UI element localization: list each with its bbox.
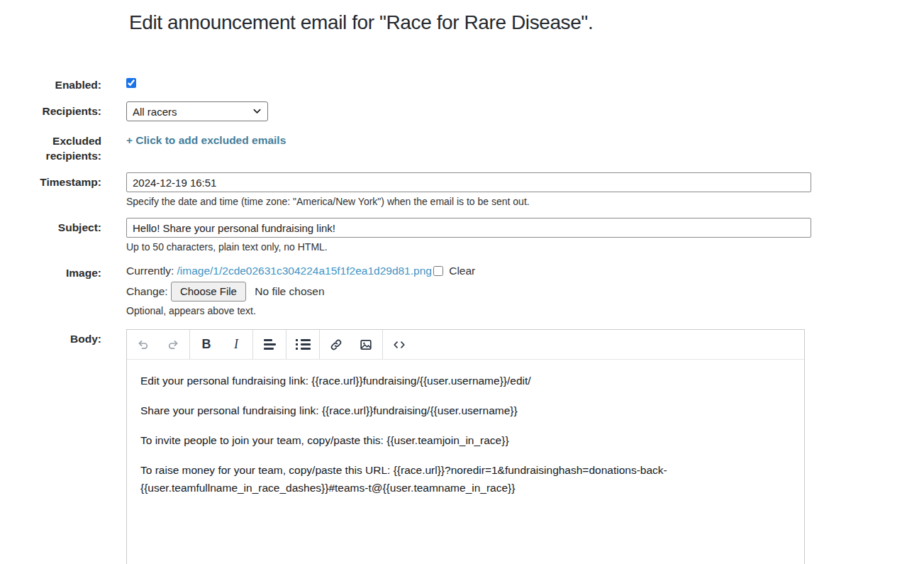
toolbar-format-group: B I bbox=[190, 330, 253, 359]
add-excluded-emails-link[interactable]: + Click to add excluded emails bbox=[126, 131, 286, 147]
undo-icon bbox=[136, 338, 150, 352]
timestamp-input[interactable] bbox=[126, 172, 811, 192]
insert-image-button[interactable] bbox=[351, 334, 381, 355]
toolbar-code-group bbox=[383, 330, 416, 359]
recipients-select[interactable]: All racers bbox=[126, 101, 268, 121]
currently-label: Currently: bbox=[126, 265, 174, 277]
insert-link-button[interactable] bbox=[321, 334, 351, 355]
image-help-text: Optional, appears above text. bbox=[126, 305, 924, 316]
code-view-button[interactable] bbox=[384, 334, 414, 355]
recipients-selected-value: All racers bbox=[133, 106, 177, 118]
undo-button[interactable] bbox=[128, 334, 158, 355]
bold-icon: B bbox=[202, 337, 211, 352]
page-title: Edit announcement email for "Race for Ra… bbox=[129, 0, 924, 34]
italic-button[interactable]: I bbox=[221, 334, 251, 355]
subject-input[interactable] bbox=[126, 218, 811, 238]
body-paragraph: Edit your personal fundraising link: {{r… bbox=[140, 372, 779, 389]
image-row: Image: Currently: /image/1/2cde02631c304… bbox=[0, 263, 924, 316]
image-current-line: Currently: /image/1/2cde02631c304224a15f… bbox=[126, 263, 924, 279]
recipients-row: Recipients: All racers bbox=[0, 101, 924, 121]
toolbar-insert-group bbox=[320, 330, 383, 359]
image-change-line: Change: Choose File No file chosen bbox=[126, 282, 924, 302]
announcement-form: Enabled: Recipients: All racers bbox=[0, 75, 924, 564]
bold-button[interactable]: B bbox=[191, 334, 221, 355]
excluded-recipients-label: Excluded recipients: bbox=[0, 131, 101, 163]
excluded-recipients-row: Excluded recipients: + Click to add excl… bbox=[0, 131, 924, 163]
body-paragraph: To raise money for your team, copy/paste… bbox=[140, 461, 779, 497]
chevron-down-icon bbox=[252, 106, 262, 118]
editor-toolbar: B I bbox=[127, 330, 804, 360]
body-paragraph: To invite people to join your team, copy… bbox=[140, 431, 779, 449]
subject-row: Subject: Up to 50 characters, plain text… bbox=[0, 218, 924, 253]
clear-image-checkbox[interactable] bbox=[433, 266, 443, 276]
code-icon bbox=[391, 338, 407, 352]
link-icon bbox=[329, 338, 343, 352]
subject-label: Subject: bbox=[0, 218, 101, 235]
edit-announcement-page: Edit announcement email for "Race for Ra… bbox=[0, 0, 924, 564]
timestamp-row: Timestamp: Specify the date and time (ti… bbox=[0, 172, 924, 207]
align-button[interactable] bbox=[255, 334, 284, 355]
choose-file-button[interactable]: Choose File bbox=[171, 282, 246, 302]
toolbar-history-group bbox=[127, 330, 190, 359]
clear-label: Clear bbox=[449, 265, 475, 277]
align-icon bbox=[264, 339, 276, 350]
enabled-checkbox[interactable] bbox=[126, 78, 136, 88]
image-label: Image: bbox=[0, 263, 101, 280]
rich-text-editor: B I bbox=[126, 329, 805, 564]
editor-content-area[interactable]: Edit your personal fundraising link: {{r… bbox=[127, 360, 804, 521]
subject-help-text: Up to 50 characters, plain text only, no… bbox=[126, 241, 924, 253]
timestamp-help-text: Specify the date and time (time zone: "A… bbox=[126, 196, 924, 207]
change-label: Change: bbox=[126, 285, 168, 297]
timestamp-label: Timestamp: bbox=[0, 172, 101, 189]
italic-icon: I bbox=[234, 337, 238, 352]
body-paragraph: Share your personal fundraising link: {{… bbox=[140, 402, 779, 419]
body-label: Body: bbox=[0, 329, 101, 346]
enabled-row: Enabled: bbox=[0, 75, 924, 92]
body-row: Body: bbox=[0, 329, 924, 564]
redo-button[interactable] bbox=[158, 334, 188, 355]
no-file-chosen-text: No file chosen bbox=[255, 285, 324, 297]
toolbar-list-group bbox=[286, 330, 320, 359]
current-image-link[interactable]: /image/1/2cde02631c304224a15f1f2ea1d29d8… bbox=[177, 265, 432, 277]
bullet-list-icon bbox=[296, 339, 311, 350]
image-icon bbox=[359, 338, 373, 352]
recipients-label: Recipients: bbox=[0, 101, 101, 118]
enabled-label: Enabled: bbox=[0, 75, 101, 92]
toolbar-align-group bbox=[253, 330, 286, 359]
bullet-list-button[interactable] bbox=[288, 334, 318, 355]
redo-icon bbox=[166, 338, 180, 352]
